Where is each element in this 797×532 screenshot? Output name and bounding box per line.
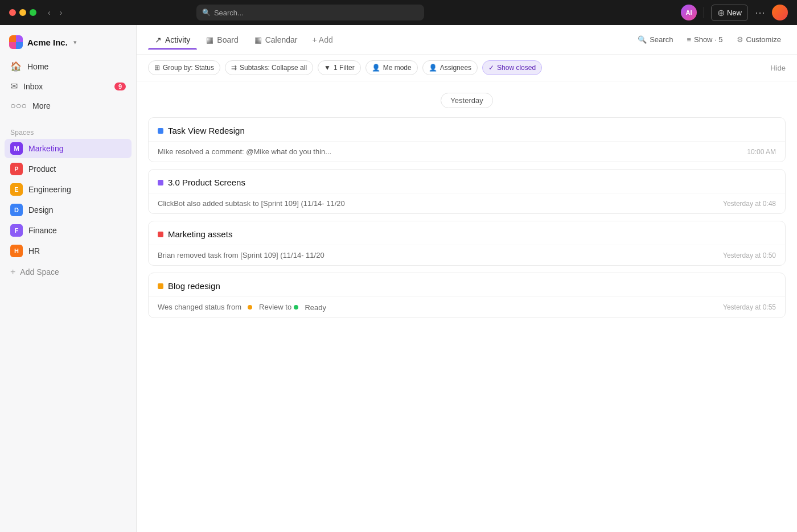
- group-by-label: Group by: Status: [163, 64, 214, 72]
- subtasks-icon: ⇉: [231, 64, 237, 72]
- forward-arrow[interactable]: ›: [57, 7, 65, 18]
- status-to: Ready: [294, 303, 326, 312]
- minimize-dot[interactable]: [19, 9, 26, 16]
- activity-text-3: Brian removed task from [Sprint 109] (11…: [158, 251, 723, 259]
- show-closed-chip[interactable]: ✓ Show closed: [482, 60, 542, 75]
- group-by-icon: ⊞: [154, 64, 160, 72]
- activity-text-2: ClickBot also added subtask to [Sprint 1…: [158, 199, 723, 208]
- task-color-dot-4: [158, 283, 163, 289]
- activity-time-4: Yesterday at 0:55: [723, 303, 776, 311]
- gear-icon: ⚙: [737, 35, 743, 44]
- activity-card-marketing-assets: Marketing assets Brian removed task from…: [148, 221, 786, 266]
- date-badge: Yesterday: [441, 93, 492, 108]
- search-icon: 🔍: [202, 9, 211, 17]
- activity-card-header-4: Blog redesign: [149, 273, 785, 297]
- plus-icon: ⊕: [717, 7, 725, 18]
- activity-text-1: Mike resolved a comment: @Mike what do y…: [158, 147, 747, 156]
- group-by-chip[interactable]: ⊞ Group by: Status: [148, 60, 220, 75]
- activity-card-task-view-redesign: Task View Redesign Mike resolved a comme…: [148, 117, 786, 162]
- ai-button[interactable]: AI: [681, 5, 697, 20]
- maximize-dot[interactable]: [30, 9, 36, 16]
- task-color-dot-1: [158, 128, 163, 134]
- activity-card-header-1: Task View Redesign: [149, 118, 785, 142]
- add-space-button[interactable]: + Add Space: [5, 263, 132, 281]
- brand-chevron: ▾: [73, 39, 77, 46]
- add-tab-button[interactable]: + Add: [307, 32, 339, 48]
- sidebar-item-more[interactable]: ○○○ More: [5, 97, 132, 115]
- close-dot[interactable]: [9, 9, 16, 16]
- assignees-chip[interactable]: 👤 Assignees: [422, 60, 478, 75]
- space-item-engineering[interactable]: E Engineering: [5, 180, 132, 199]
- global-search-bar[interactable]: 🔍 Search...: [196, 5, 424, 20]
- filter-chip[interactable]: ▼ 1 Filter: [318, 60, 361, 75]
- window-controls: [9, 9, 36, 16]
- back-arrow[interactable]: ‹: [46, 7, 53, 18]
- sidebar-item-inbox[interactable]: ✉ Inbox 9: [5, 77, 132, 96]
- search-action[interactable]: 🔍 Search: [633, 32, 677, 47]
- to-status-dot: [294, 305, 298, 310]
- show-closed-icon: ✓: [488, 64, 494, 72]
- sidebar-more-label: More: [32, 101, 126, 110]
- activity-card-body-2: ClickBot also added subtask to [Sprint 1…: [149, 193, 785, 213]
- topbar-nav: ‹ ›: [46, 7, 64, 18]
- content-body: Yesterday Task View Redesign Mike resolv…: [137, 81, 797, 532]
- sidebar-home-label: Home: [27, 62, 126, 71]
- home-icon: 🏠: [10, 61, 22, 72]
- status-change-prefix: Wes changed status from: [158, 303, 241, 311]
- show-action-icon: ≡: [687, 35, 691, 44]
- space-item-finance[interactable]: F Finance: [5, 221, 132, 240]
- space-avatar-marketing: M: [10, 142, 23, 155]
- task-title-4: Blog redesign: [168, 281, 220, 291]
- content: ↗ Activity ▦ Board ▦ Calendar + Add 🔍 Se…: [137, 25, 797, 532]
- date-divider: Yesterday: [148, 81, 786, 117]
- search-action-icon: 🔍: [638, 35, 647, 44]
- topbar-divider: [704, 7, 704, 18]
- sidebar-nav: 🏠 Home ✉ Inbox 9 ○○○ More: [5, 57, 132, 115]
- from-status-dot: [248, 305, 252, 310]
- inbox-icon: ✉: [10, 81, 18, 92]
- activity-time-1: 10:00 AM: [747, 148, 776, 156]
- space-avatar-engineering: E: [10, 183, 23, 196]
- tab-activity[interactable]: ↗ Activity: [148, 31, 197, 49]
- sidebar-item-home[interactable]: 🏠 Home: [5, 57, 132, 76]
- content-header: ↗ Activity ▦ Board ▦ Calendar + Add 🔍 Se…: [137, 25, 797, 55]
- grid-icon[interactable]: ⋯: [755, 6, 765, 19]
- activity-time-2: Yesterday at 0:48: [723, 200, 776, 208]
- show-action[interactable]: ≡ Show · 5: [682, 32, 727, 47]
- tab-board-label: Board: [217, 35, 238, 44]
- me-mode-chip[interactable]: 👤 Me mode: [365, 60, 418, 75]
- task-title-2: 3.0 Product Screens: [168, 178, 245, 187]
- search-placeholder: Search...: [214, 9, 244, 17]
- task-color-dot-2: [158, 180, 163, 185]
- hide-label[interactable]: Hide: [770, 64, 786, 72]
- board-tab-icon: ▦: [206, 35, 213, 44]
- space-avatar-design: D: [10, 204, 23, 216]
- subtasks-chip[interactable]: ⇉ Subtasks: Collapse all: [225, 60, 313, 75]
- tab-calendar[interactable]: ▦ Calendar: [248, 31, 305, 49]
- spaces-list: M Marketing P Product E Engineering D De…: [5, 139, 132, 261]
- space-item-product[interactable]: P Product: [5, 159, 132, 179]
- activity-text-4: Wes changed status from Review to Ready: [158, 303, 723, 312]
- space-item-hr[interactable]: H HR: [5, 241, 132, 261]
- add-space-plus-icon: +: [10, 267, 15, 277]
- space-label-finance: Finance: [28, 226, 57, 235]
- inbox-badge: 9: [114, 83, 126, 90]
- more-icon: ○○○: [10, 101, 27, 111]
- space-item-design[interactable]: D Design: [5, 200, 132, 220]
- calendar-tab-icon: ▦: [254, 35, 262, 44]
- new-button[interactable]: ⊕ New: [711, 5, 748, 21]
- brand[interactable]: Acme Inc. ▾: [5, 32, 132, 57]
- activity-card-header-2: 3.0 Product Screens: [149, 170, 785, 193]
- activity-time-3: Yesterday at 0:50: [723, 251, 776, 259]
- customize-action[interactable]: ⚙ Customize: [732, 32, 786, 47]
- tab-board[interactable]: ▦ Board: [199, 31, 245, 49]
- space-item-marketing[interactable]: M Marketing: [5, 139, 132, 158]
- tab-activity-label: Activity: [165, 35, 190, 44]
- filter-icon: ▼: [324, 64, 331, 72]
- main-layout: Acme Inc. ▾ 🏠 Home ✉ Inbox 9 ○○○ More Sp…: [0, 25, 797, 532]
- avatar[interactable]: [772, 5, 788, 20]
- filter-label: 1 Filter: [334, 64, 355, 72]
- add-tab-label: + Add: [313, 35, 333, 44]
- spaces-section-title: Spaces: [5, 124, 132, 139]
- me-mode-icon: 👤: [372, 64, 380, 72]
